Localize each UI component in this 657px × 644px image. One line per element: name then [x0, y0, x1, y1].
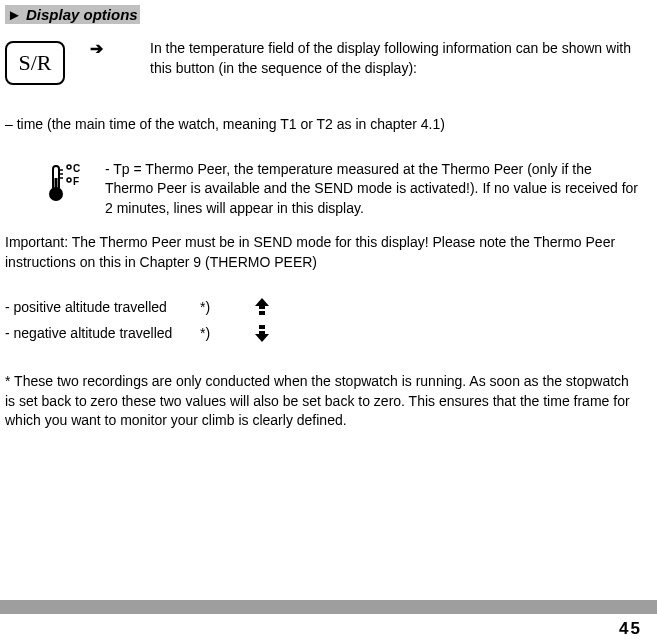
svg-marker-13 [255, 331, 269, 342]
sr-button-label: S/R [18, 50, 51, 76]
sr-button-icon: S/R [5, 41, 65, 85]
svg-rect-12 [259, 325, 265, 329]
positive-altitude-label: - positive altitude travelled [5, 299, 200, 315]
svg-marker-10 [255, 298, 269, 309]
footnote-text: * These two recordings are only conducte… [5, 372, 639, 431]
svg-rect-2 [55, 178, 58, 192]
up-arrow-icon [255, 298, 269, 316]
svg-point-6 [67, 165, 71, 169]
footer-bar [0, 600, 657, 614]
important-note: Important: The Thermo Peer must be in SE… [5, 233, 639, 272]
button-description: In the temperature field of the display … [150, 39, 639, 78]
arrow-icon: ➔ [90, 39, 150, 58]
svg-point-8 [67, 178, 71, 182]
negative-altitude-label: - negative altitude travelled [5, 325, 200, 341]
section-heading: ► Display options [5, 5, 140, 24]
svg-text:C: C [73, 163, 80, 174]
svg-text:F: F [73, 176, 79, 187]
down-arrow-icon [255, 324, 269, 342]
negative-altitude-star: *) [200, 325, 255, 341]
positive-altitude-star: *) [200, 299, 255, 315]
svg-rect-11 [259, 311, 265, 315]
page-number: 45 [619, 619, 642, 639]
time-line-text: – time (the main time of the watch, mean… [5, 115, 639, 135]
tp-description: - Tp = Thermo Peer, the temperature meas… [105, 160, 639, 219]
thermometer-icon: C F [40, 160, 90, 205]
